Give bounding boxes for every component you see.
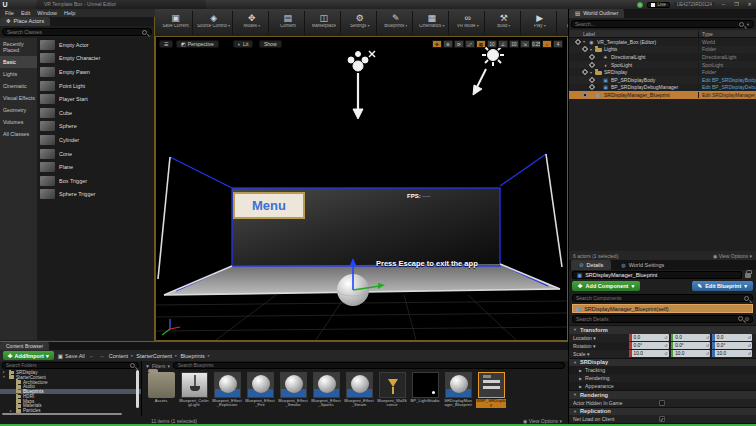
menu-widget-button[interactable]: Menu: [233, 192, 305, 219]
add-import-button[interactable]: ✚ Add/Import ▾: [3, 351, 54, 360]
expand-arrow-icon[interactable]: ▾: [3, 375, 7, 379]
toolbar-button[interactable]: ▶ Play ▾: [523, 11, 557, 35]
menu-item[interactable]: File: [5, 10, 14, 16]
asset-tile[interactable]: SRDisplayManager_Blueprint: [443, 372, 473, 408]
outliner-row[interactable]: BP_SRDisplayDebugManager Edit BP_SRDispl…: [569, 84, 756, 92]
toolbar-button[interactable]: ⚙ Settings ▾: [343, 11, 377, 35]
net-load-checkbox[interactable]: [659, 416, 665, 422]
outliner-row[interactable]: SRDisplayManager_Blueprint Edit SRDispla…: [569, 91, 756, 99]
asset-tile[interactable]: BP_LightStudio: [410, 372, 440, 408]
tree-h-scrollbar[interactable]: [2, 413, 122, 415]
toolbar-button[interactable]: ⚒ Build ▾: [487, 11, 521, 35]
drag-handle-icon[interactable]: ◌: [148, 69, 151, 75]
drag-handle-icon[interactable]: ◌: [148, 137, 151, 143]
drag-handle-icon[interactable]: ◌: [148, 191, 151, 197]
outliner-row[interactable]: SpotLight SpotLight: [569, 61, 756, 69]
perspective-button[interactable]: ◩Perspective: [176, 40, 219, 48]
drag-handle-icon[interactable]: ◌: [148, 164, 151, 170]
search-folders-input[interactable]: Search Folders: [2, 362, 139, 369]
reset-icon[interactable]: ↺: [748, 343, 752, 348]
search-components-input[interactable]: Search Components: [572, 294, 753, 302]
back-button[interactable]: ←: [89, 353, 95, 359]
place-actor-item[interactable]: Empty Character ◌: [37, 52, 154, 66]
visibility-eye-icon[interactable]: [589, 77, 595, 83]
toolbar-button[interactable]: ◫ Marketplace: [307, 11, 341, 35]
maximize-button[interactable]: ❐: [732, 1, 741, 8]
reset-icon[interactable]: ↺: [664, 343, 668, 348]
place-actor-item[interactable]: Plane ◌: [37, 160, 154, 174]
place-actor-item[interactable]: Empty Actor ◌: [37, 38, 154, 52]
edit-blueprint-button[interactable]: ✎ Edit Blueprint ▾: [692, 281, 753, 291]
actor-type[interactable]: Edit BP_SRDisplayBody: [698, 77, 756, 83]
outliner-row[interactable]: ▾ SRDisplay Folder: [569, 68, 756, 76]
place-actor-item[interactable]: Empty Pawn ◌: [37, 65, 154, 79]
section-replication[interactable]: ▼Replication: [569, 407, 756, 416]
add-component-button[interactable]: ✚ Add Component ▾: [572, 281, 640, 291]
snap-toggle-button[interactable]: ⊕: [443, 40, 453, 48]
x-value-field[interactable]: 0.0°↺: [629, 342, 669, 349]
asset-tile[interactable]: Blueprint_Effect_Steam: [344, 372, 374, 408]
directional-light-sprite-icon[interactable]: [473, 44, 504, 95]
category-item[interactable]: Recently Placed: [0, 38, 37, 56]
place-actor-item[interactable]: Cone ◌: [37, 147, 154, 161]
tab-details[interactable]: ⚙Details: [571, 260, 611, 270]
toolbar-button[interactable]: ✎ Blueprints ▾: [379, 11, 413, 35]
asset-tile[interactable]: Blueprint_CeilingLight: [179, 372, 209, 408]
reset-icon[interactable]: ↺: [706, 343, 710, 348]
place-actor-item[interactable]: Sphere ◌: [37, 120, 154, 134]
asset-tile[interactable]: Blueprint_Effect_Smoke: [278, 372, 308, 408]
lit-mode-button[interactable]: ◐Lit: [233, 40, 253, 48]
expand-arrow-icon[interactable]: ▸: [3, 370, 7, 374]
visibility-eye-icon[interactable]: [589, 54, 595, 60]
breadcrumb-item[interactable]: Content: [109, 353, 128, 359]
z-value-field[interactable]: 0.0↺: [712, 334, 752, 341]
toolbar-button[interactable]: ✥ Modes ▾: [235, 11, 269, 35]
tab-place-actors[interactable]: ✥Place Actors: [0, 17, 50, 26]
tab-world-outliner[interactable]: ▤World Outliner: [569, 9, 624, 18]
filters-button[interactable]: ▼Filters ▾: [145, 363, 170, 369]
tab-content-browser[interactable]: Content Browser: [0, 342, 49, 350]
forward-button[interactable]: →: [99, 353, 105, 359]
asset-tile[interactable]: Blueprint_WallSconce: [377, 372, 407, 408]
category-item[interactable]: Volumes: [0, 116, 37, 128]
place-actor-item[interactable]: Point Light ◌: [37, 79, 154, 93]
component-self-row[interactable]: SRDisplayManager_Blueprint(self): [572, 304, 753, 313]
column-type[interactable]: Type: [698, 31, 756, 37]
tab-world-settings[interactable]: ◍World Settings: [613, 260, 672, 270]
menu-item[interactable]: Help: [64, 10, 75, 16]
y-value-field[interactable]: 0.0↺: [671, 334, 711, 341]
snap-toggle-button[interactable]: ⤢: [465, 40, 475, 48]
search-assets-input[interactable]: Search Blueprints: [173, 362, 565, 369]
category-item[interactable]: Cinematic: [0, 80, 37, 92]
category-item[interactable]: Basic: [0, 56, 37, 68]
snap-toggle-button[interactable]: ▦: [476, 40, 486, 48]
actor-type[interactable]: Folder: [698, 46, 756, 52]
srdisplay-subsection[interactable]: ▶Appearance: [569, 382, 756, 390]
section-srdisplay[interactable]: ▼SRDisplay: [569, 358, 756, 367]
place-actor-item[interactable]: Cylinder ◌: [37, 133, 154, 147]
asset-tile[interactable]: Assets: [146, 372, 176, 408]
snap-toggle-button[interactable]: ✥: [432, 40, 442, 48]
outliner-row[interactable]: BP_SRDisplayBody Edit BP_SRDisplayBody: [569, 76, 756, 84]
visibility-eye-icon[interactable]: [575, 39, 581, 45]
spotlight-sprite-icon[interactable]: [348, 51, 375, 119]
place-actor-item[interactable]: Sphere Trigger ◌: [37, 188, 154, 202]
category-item[interactable]: Visual Effects: [0, 92, 37, 104]
x-value-field[interactable]: 10.0↺: [629, 350, 669, 357]
outliner-row[interactable]: DirectionalLight DirectionalLight: [569, 53, 756, 61]
reset-icon[interactable]: ↺: [664, 335, 668, 340]
category-item[interactable]: Geometry: [0, 104, 37, 116]
asset-tile[interactable]: Blueprint_Effect_Sparks: [311, 372, 341, 408]
actor-type[interactable]: SpotLight: [698, 62, 756, 68]
outliner-view-options-button[interactable]: ◉ View Options ▾: [713, 253, 752, 259]
visibility-eye-icon[interactable]: [582, 46, 588, 52]
srdisplay-subsection[interactable]: ▶Tracking: [569, 366, 756, 374]
y-value-field[interactable]: 0.0°↺: [671, 342, 711, 349]
menu-item[interactable]: Edit: [21, 10, 30, 16]
save-all-button[interactable]: ▣Save All: [58, 353, 85, 359]
srdisplay-subsection[interactable]: ▶Rendering: [569, 374, 756, 382]
snap-toggle-button[interactable]: 4: [553, 40, 563, 48]
search-details-input[interactable]: Search Details ⚙: [572, 315, 753, 323]
asset-tile[interactable]: WBP_SRDisplay: [476, 372, 506, 408]
reset-icon[interactable]: ↺: [748, 351, 752, 356]
